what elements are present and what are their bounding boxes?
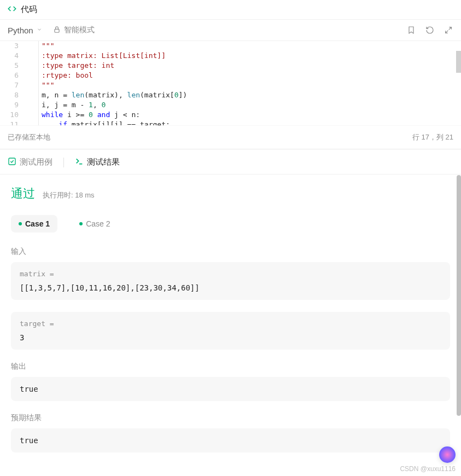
editor-footer: 已存储至本地 行 17，列 21	[0, 125, 461, 149]
result-scrollbar[interactable]	[457, 175, 461, 476]
tab-testcase-label: 测试用例	[20, 157, 52, 167]
cursor-position: 行 17，列 21	[412, 132, 453, 142]
output-label: 输出	[11, 362, 450, 371]
editor-scrollbar[interactable]	[456, 41, 461, 125]
tab-result[interactable]: 测试结果	[75, 157, 120, 167]
check-icon	[8, 157, 16, 167]
result-tabs: 测试用例 测试结果	[0, 149, 461, 174]
result-content: 通过 执行用时: 18 ms Case 1 Case 2 输入 matrix =…	[0, 174, 461, 474]
language-name: Python	[8, 26, 33, 35]
tab-result-label: 测试结果	[87, 157, 120, 167]
output-value: true	[20, 385, 441, 393]
output-box: true	[11, 377, 450, 401]
code-area[interactable]: """:type matrix: List[List[int]]:type ta…	[25, 41, 461, 125]
svg-rect-0	[55, 29, 59, 32]
case-1-label: Case 1	[25, 219, 50, 228]
expand-icon[interactable]	[444, 25, 453, 35]
lock-icon	[53, 26, 61, 35]
code-icon	[8, 4, 16, 15]
pass-dot	[19, 222, 22, 225]
header: 代码	[0, 0, 461, 20]
mode-indicator: 智能模式	[53, 25, 95, 35]
mode-label: 智能模式	[64, 25, 95, 35]
expected-value: true	[20, 436, 441, 445]
input-matrix-box: matrix = [[1,3,5,7],[10,11,16,20],[23,30…	[11, 262, 450, 300]
reset-icon[interactable]	[425, 25, 435, 35]
code-editor[interactable]: 34567891011 """:type matrix: List[List[i…	[0, 41, 461, 125]
input-target-value: 3	[20, 333, 441, 342]
terminal-icon	[75, 157, 84, 167]
bookmark-icon[interactable]	[406, 25, 416, 35]
case-tabs: Case 1 Case 2	[11, 215, 450, 233]
input-matrix-name: matrix =	[20, 270, 441, 278]
assistant-button[interactable]	[439, 446, 456, 463]
svg-rect-1	[9, 158, 15, 165]
input-target-box: target = 3	[11, 312, 450, 350]
language-selector[interactable]: Python	[8, 26, 42, 35]
case-2-label: Case 2	[86, 219, 110, 228]
expected-label: 预期结果	[11, 413, 450, 423]
exec-time: 执行用时: 18 ms	[43, 190, 95, 200]
line-gutter: 34567891011	[0, 41, 25, 125]
input-target-name: target =	[20, 320, 441, 328]
tab-testcase[interactable]: 测试用例	[8, 157, 52, 167]
status-row: 通过 执行用时: 18 ms	[11, 185, 450, 202]
case-2-tab[interactable]: Case 2	[72, 215, 118, 233]
toolbar: Python 智能模式	[0, 20, 461, 41]
chevron-down-icon	[37, 27, 42, 33]
pass-dot	[79, 222, 83, 225]
case-1-tab[interactable]: Case 1	[11, 215, 57, 233]
header-title: 代码	[21, 4, 37, 15]
save-status: 已存储至本地	[8, 132, 50, 142]
expected-box: true	[11, 428, 450, 452]
divider	[63, 158, 64, 167]
status-pass: 通过	[11, 185, 35, 202]
input-matrix-value: [[1,3,5,7],[10,11,16,20],[23,30,34,60]]	[20, 283, 441, 292]
input-label: 输入	[11, 247, 450, 257]
